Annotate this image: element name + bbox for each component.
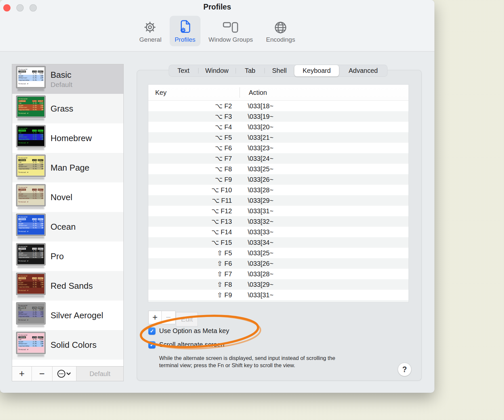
profile-list-item-pro[interactable]: Terminal#COMMAND%CPURPRVTtop4.1%231KXcod… xyxy=(12,242,123,271)
table-row[interactable]: ⇧ F9 \033[31~ xyxy=(148,290,409,300)
tab-label: Window xyxy=(205,67,228,74)
tab-label: Shell xyxy=(272,67,286,74)
use-option-as-meta-key-checkbox[interactable]: ✓ xyxy=(148,327,156,335)
table-row[interactable]: ⇧ F7 \033[28~ xyxy=(148,269,409,279)
profile-thumbnail: Terminal#COMMAND%CPURPRVTtop4.1%231KXcod… xyxy=(16,125,45,151)
profile-name: Silver Aerogel xyxy=(51,310,103,320)
remove-binding-button[interactable]: − xyxy=(161,311,176,324)
profile-list-item-grass[interactable]: Terminal#COMMAND%CPURPRVTtop4.1%231KXcod… xyxy=(12,94,123,123)
tab-label: Text xyxy=(178,67,190,74)
window-groups-icon xyxy=(222,18,239,35)
table-row[interactable]: ⇧ F6 \033[26~ xyxy=(148,258,409,269)
tab-text[interactable]: Text xyxy=(169,65,198,77)
profile-tabs: TextWindowTabShellKeyboardAdvanced xyxy=(169,65,388,77)
key-cell: ⇧ F6 xyxy=(148,260,232,267)
ellipsis-circle-chevron-icon xyxy=(57,369,72,378)
gear-icon xyxy=(143,18,158,35)
add-profile-button[interactable]: + xyxy=(12,367,32,381)
table-row[interactable]: ⌥ F10 \033[28~ xyxy=(148,185,409,195)
action-cell: \033[20~ xyxy=(248,123,273,131)
table-row[interactable]: ⌥ F8 \033[25~ xyxy=(148,164,409,174)
action-cell: \033[18~ xyxy=(248,102,273,110)
profile-menu-button[interactable] xyxy=(52,367,76,381)
profile-list-item-red-sands[interactable]: Terminal#COMMAND%CPURPRVTtop4.1%231KXcod… xyxy=(12,271,123,301)
action-cell: \033[23~ xyxy=(248,144,273,152)
help-button[interactable]: ? xyxy=(398,363,411,376)
profile-thumbnail: Terminal#COMMAND%CPURPRVTtop4.1%231KXcod… xyxy=(16,214,45,240)
table-row[interactable]: ⌥ F14 \033[33~ xyxy=(148,227,409,237)
action-cell: \033[28~ xyxy=(248,186,273,194)
table-row[interactable]: ⌥ F11 \033[29~ xyxy=(148,195,409,206)
toolbar-item-window-groups[interactable]: Window Groups xyxy=(204,16,258,46)
profile-list-item-homebrew[interactable]: Terminal#COMMAND%CPURPRVTtop4.1%231KXcod… xyxy=(12,123,123,153)
action-cell: \033[29~ xyxy=(248,281,273,288)
profile-thumbnail: Terminal#COMMAND%CPURPRVTtop4.1%231KXcod… xyxy=(16,332,45,358)
thumbnail-reflection xyxy=(17,355,44,358)
column-divider[interactable] xyxy=(240,87,240,98)
toolbar-item-encodings[interactable]: Encodings xyxy=(261,16,300,46)
table-row[interactable]: ⌥ F9 \033[26~ xyxy=(148,174,409,185)
scroll-alternate-screen-checkbox[interactable]: ✓ xyxy=(148,341,156,348)
checkmark-icon: ✓ xyxy=(150,342,154,348)
profile-subtitle: Default xyxy=(51,81,73,89)
table-row[interactable]: ⌥ F15 \033[34~ xyxy=(148,237,409,248)
profile-list-item-ocean[interactable]: Terminal#COMMAND%CPURPRVTtop4.1%231KXcod… xyxy=(12,212,123,242)
key-cell: ⇧ F7 xyxy=(148,270,232,278)
table-row[interactable]: ⌥ F7 \033[24~ xyxy=(148,153,409,164)
key-cell: ⌥ F4 xyxy=(148,123,232,131)
profile-name: Homebrew xyxy=(51,133,92,143)
tab-advanced[interactable]: Advanced xyxy=(339,65,388,77)
profile-list-item-solid-colors[interactable]: Terminal#COMMAND%CPURPRVTtop4.1%231KXcod… xyxy=(12,330,123,360)
tab-tab[interactable]: Tab xyxy=(236,65,264,77)
table-row[interactable]: ⌥ F5 \033[21~ xyxy=(148,132,409,143)
toolbar-label: Encodings xyxy=(266,36,295,43)
profile-thumbnail: Terminal#COMMAND%CPURPRVTtop4.1%231KXcod… xyxy=(16,273,45,299)
titlebar: Profiles General xyxy=(0,0,434,52)
table-row[interactable]: ⌥ F6 \033[23~ xyxy=(148,143,409,153)
profile-thumbnail: Terminal#COMMAND%CPURPRVTtop4.1%231KXcod… xyxy=(16,66,45,92)
profile-name: Red Sands xyxy=(51,281,93,291)
key-cell: ⌥ F5 xyxy=(148,134,232,141)
tab-shell[interactable]: Shell xyxy=(264,65,294,77)
key-cell: ⌥ F7 xyxy=(148,155,232,162)
key-cell: ⇧ F8 xyxy=(148,281,232,288)
toolbar-item-profiles[interactable]: Profiles xyxy=(170,16,200,46)
table-header: Key Action xyxy=(148,85,409,101)
profile-list-item-novel[interactable]: Terminal#COMMAND%CPURPRVTtop4.1%231KXcod… xyxy=(12,182,123,212)
key-cell: ⌥ F12 xyxy=(148,207,232,215)
key-cell: ⇧ F5 xyxy=(148,249,232,257)
add-binding-button[interactable]: + xyxy=(148,311,162,324)
table-row[interactable]: ⇧ F8 \033[29~ xyxy=(148,279,409,290)
key-cell: ⌥ F11 xyxy=(148,197,232,204)
profile-thumbnail: Terminal#COMMAND%CPURPRVTtop4.1%231KXcod… xyxy=(16,96,45,121)
preferences-window: Profiles General xyxy=(0,0,434,393)
action-cell: \033[26~ xyxy=(248,176,273,183)
toolbar-item-general[interactable]: General xyxy=(135,16,167,46)
table-row[interactable]: ⌥ F13 \033[32~ xyxy=(148,216,409,227)
profile-list-item-man-page[interactable]: Terminal#COMMAND%CPURPRVTtop4.1%231KXcod… xyxy=(12,153,123,182)
key-cell: ⌥ F2 xyxy=(148,102,232,110)
profile-name: Novel xyxy=(51,192,72,202)
table-row[interactable]: ⌥ F4 \033[20~ xyxy=(148,122,409,132)
profile-list-item-basic[interactable]: Terminal#COMMAND%CPURPRVTtop4.1%231KXcod… xyxy=(12,64,123,94)
scroll-alternate-screen-label: Scroll alternate screen xyxy=(159,341,224,348)
profiles-sidebar: Terminal#COMMAND%CPURPRVTtop4.1%231KXcod… xyxy=(12,64,124,381)
profile-name: Solid Colors xyxy=(51,340,96,350)
set-default-button[interactable]: Default xyxy=(76,367,123,381)
key-cell: ⌥ F14 xyxy=(148,228,232,236)
table-row xyxy=(148,300,409,302)
remove-profile-button[interactable]: − xyxy=(32,367,52,381)
thumbnail-reflection xyxy=(17,207,44,210)
edit-binding-button[interactable]: Edit xyxy=(176,312,198,326)
action-cell: \033[29~ xyxy=(248,197,273,204)
tab-keyboard[interactable]: Keyboard xyxy=(294,65,339,76)
table-row[interactable]: ⌥ F2 \033[18~ xyxy=(148,101,409,111)
column-header-action: Action xyxy=(249,89,267,96)
action-cell: \033[34~ xyxy=(248,239,273,246)
tab-window[interactable]: Window xyxy=(198,65,236,77)
table-row[interactable]: ⇧ F5 \033[25~ xyxy=(148,248,409,258)
profile-list-item-silver-aerogel[interactable]: Terminal#COMMAND%CPURPRVTtop4.1%231KXcod… xyxy=(12,301,123,330)
table-row[interactable]: ⌥ F12 \033[31~ xyxy=(148,206,409,216)
table-row[interactable]: ⌥ F3 \033[19~ xyxy=(148,111,409,122)
tab-label: Tab xyxy=(245,67,255,74)
